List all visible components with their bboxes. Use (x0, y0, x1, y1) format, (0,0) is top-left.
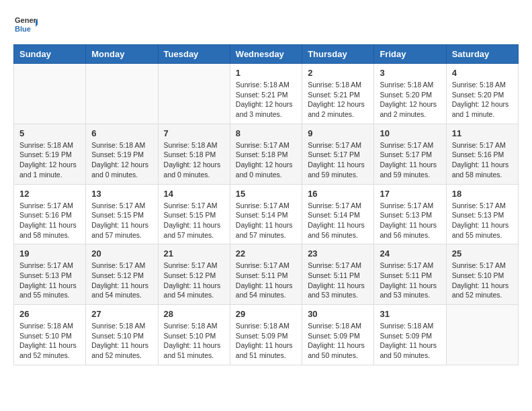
day-number: 6 (91, 128, 152, 138)
calendar-cell (446, 305, 518, 365)
day-number: 15 (236, 189, 296, 199)
calendar-cell (86, 64, 158, 124)
calendar-cell: 31Sunrise: 5:18 AMSunset: 5:09 PMDayligh… (374, 305, 446, 365)
day-info: Sunrise: 5:18 AMSunset: 5:10 PMDaylight:… (164, 321, 224, 361)
day-header-thursday: Thursday (302, 45, 374, 64)
calendar-cell: 30Sunrise: 5:18 AMSunset: 5:09 PMDayligh… (302, 305, 374, 365)
day-number: 10 (380, 128, 440, 138)
calendar-week-row: 26Sunrise: 5:18 AMSunset: 5:10 PMDayligh… (14, 305, 519, 365)
calendar: SundayMondayTuesdayWednesdayThursdayFrid… (13, 44, 519, 365)
calendar-cell (14, 64, 86, 124)
calendar-cell: 26Sunrise: 5:18 AMSunset: 5:10 PMDayligh… (14, 305, 86, 365)
calendar-cell: 11Sunrise: 5:17 AMSunset: 5:16 PMDayligh… (446, 124, 518, 184)
calendar-cell: 21Sunrise: 5:17 AMSunset: 5:12 PMDayligh… (158, 244, 230, 305)
calendar-cell: 19Sunrise: 5:17 AMSunset: 5:13 PMDayligh… (14, 244, 86, 305)
day-header-sunday: Sunday (14, 45, 86, 64)
calendar-cell: 2Sunrise: 5:18 AMSunset: 5:21 PMDaylight… (302, 64, 374, 124)
day-number: 4 (452, 68, 513, 78)
calendar-cell: 27Sunrise: 5:18 AMSunset: 5:10 PMDayligh… (86, 305, 158, 365)
day-number: 8 (236, 128, 296, 138)
calendar-cell: 13Sunrise: 5:17 AMSunset: 5:15 PMDayligh… (86, 184, 158, 244)
day-number: 12 (19, 189, 80, 199)
day-info: Sunrise: 5:18 AMSunset: 5:10 PMDaylight:… (19, 321, 80, 361)
day-info: Sunrise: 5:18 AMSunset: 5:09 PMDaylight:… (236, 321, 296, 361)
day-number: 31 (380, 309, 440, 319)
calendar-week-row: 12Sunrise: 5:17 AMSunset: 5:16 PMDayligh… (14, 184, 519, 244)
day-number: 13 (91, 189, 152, 199)
day-info: Sunrise: 5:18 AMSunset: 5:21 PMDaylight:… (236, 80, 296, 120)
header: General Blue (13, 13, 519, 38)
day-info: Sunrise: 5:18 AMSunset: 5:19 PMDaylight:… (91, 140, 152, 180)
calendar-cell: 14Sunrise: 5:17 AMSunset: 5:15 PMDayligh… (158, 184, 230, 244)
day-number: 3 (380, 68, 440, 78)
day-header-tuesday: Tuesday (158, 45, 230, 64)
day-number: 17 (380, 189, 440, 199)
logo-svg: General Blue (13, 13, 38, 38)
day-info: Sunrise: 5:17 AMSunset: 5:13 PMDaylight:… (380, 201, 440, 240)
calendar-cell: 23Sunrise: 5:17 AMSunset: 5:11 PMDayligh… (302, 244, 374, 305)
calendar-week-row: 1Sunrise: 5:18 AMSunset: 5:21 PMDaylight… (14, 64, 519, 124)
day-info: Sunrise: 5:17 AMSunset: 5:13 PMDaylight:… (19, 261, 80, 300)
calendar-cell: 29Sunrise: 5:18 AMSunset: 5:09 PMDayligh… (230, 305, 302, 365)
calendar-header-row: SundayMondayTuesdayWednesdayThursdayFrid… (14, 45, 519, 64)
day-info: Sunrise: 5:18 AMSunset: 5:10 PMDaylight:… (91, 321, 152, 361)
day-info: Sunrise: 5:17 AMSunset: 5:14 PMDaylight:… (236, 201, 296, 240)
calendar-cell: 1Sunrise: 5:18 AMSunset: 5:21 PMDaylight… (230, 64, 302, 124)
calendar-week-row: 5Sunrise: 5:18 AMSunset: 5:19 PMDaylight… (14, 124, 519, 184)
day-number: 27 (91, 309, 152, 319)
day-number: 29 (236, 309, 296, 319)
calendar-cell: 20Sunrise: 5:17 AMSunset: 5:12 PMDayligh… (86, 244, 158, 305)
day-info: Sunrise: 5:17 AMSunset: 5:13 PMDaylight:… (452, 201, 513, 240)
calendar-cell: 8Sunrise: 5:17 AMSunset: 5:18 PMDaylight… (230, 124, 302, 184)
day-number: 26 (19, 309, 80, 319)
calendar-cell: 15Sunrise: 5:17 AMSunset: 5:14 PMDayligh… (230, 184, 302, 244)
calendar-cell: 6Sunrise: 5:18 AMSunset: 5:19 PMDaylight… (86, 124, 158, 184)
calendar-cell: 7Sunrise: 5:18 AMSunset: 5:18 PMDaylight… (158, 124, 230, 184)
day-info: Sunrise: 5:17 AMSunset: 5:16 PMDaylight:… (452, 140, 513, 180)
day-number: 11 (452, 128, 513, 138)
day-info: Sunrise: 5:18 AMSunset: 5:09 PMDaylight:… (308, 321, 368, 361)
calendar-cell: 25Sunrise: 5:17 AMSunset: 5:10 PMDayligh… (446, 244, 518, 305)
calendar-cell: 4Sunrise: 5:18 AMSunset: 5:20 PMDaylight… (446, 64, 518, 124)
day-header-wednesday: Wednesday (230, 45, 302, 64)
day-info: Sunrise: 5:17 AMSunset: 5:11 PMDaylight:… (308, 261, 368, 300)
day-number: 22 (236, 248, 296, 259)
day-info: Sunrise: 5:17 AMSunset: 5:17 PMDaylight:… (380, 140, 440, 180)
day-info: Sunrise: 5:18 AMSunset: 5:20 PMDaylight:… (380, 80, 440, 120)
calendar-week-row: 19Sunrise: 5:17 AMSunset: 5:13 PMDayligh… (14, 244, 519, 305)
day-number: 23 (308, 248, 368, 259)
day-number: 7 (164, 128, 224, 138)
day-info: Sunrise: 5:17 AMSunset: 5:16 PMDaylight:… (19, 201, 80, 240)
day-info: Sunrise: 5:17 AMSunset: 5:18 PMDaylight:… (236, 140, 296, 180)
day-info: Sunrise: 5:17 AMSunset: 5:17 PMDaylight:… (308, 140, 368, 180)
day-number: 2 (308, 68, 368, 78)
calendar-cell: 5Sunrise: 5:18 AMSunset: 5:19 PMDaylight… (14, 124, 86, 184)
day-number: 14 (164, 189, 224, 199)
logo: General Blue (13, 13, 38, 38)
day-info: Sunrise: 5:18 AMSunset: 5:21 PMDaylight:… (308, 80, 368, 120)
day-info: Sunrise: 5:17 AMSunset: 5:15 PMDaylight:… (164, 201, 224, 240)
day-info: Sunrise: 5:18 AMSunset: 5:18 PMDaylight:… (164, 140, 224, 180)
day-number: 1 (236, 68, 296, 78)
day-number: 28 (164, 309, 224, 319)
calendar-cell: 3Sunrise: 5:18 AMSunset: 5:20 PMDaylight… (374, 64, 446, 124)
day-header-friday: Friday (374, 45, 446, 64)
day-number: 30 (308, 309, 368, 319)
calendar-cell: 18Sunrise: 5:17 AMSunset: 5:13 PMDayligh… (446, 184, 518, 244)
day-number: 9 (308, 128, 368, 138)
calendar-cell: 9Sunrise: 5:17 AMSunset: 5:17 PMDaylight… (302, 124, 374, 184)
svg-text:Blue: Blue (15, 25, 31, 33)
day-info: Sunrise: 5:18 AMSunset: 5:09 PMDaylight:… (380, 321, 440, 361)
calendar-cell: 22Sunrise: 5:17 AMSunset: 5:11 PMDayligh… (230, 244, 302, 305)
day-number: 24 (380, 248, 440, 259)
day-info: Sunrise: 5:18 AMSunset: 5:20 PMDaylight:… (452, 80, 513, 120)
day-number: 19 (19, 248, 80, 259)
day-info: Sunrise: 5:17 AMSunset: 5:10 PMDaylight:… (452, 261, 513, 300)
day-info: Sunrise: 5:17 AMSunset: 5:12 PMDaylight:… (91, 261, 152, 300)
day-number: 5 (19, 128, 80, 138)
day-number: 21 (164, 248, 224, 259)
day-info: Sunrise: 5:17 AMSunset: 5:11 PMDaylight:… (380, 261, 440, 300)
day-info: Sunrise: 5:17 AMSunset: 5:15 PMDaylight:… (91, 201, 152, 240)
day-info: Sunrise: 5:17 AMSunset: 5:11 PMDaylight:… (236, 261, 296, 300)
calendar-cell: 10Sunrise: 5:17 AMSunset: 5:17 PMDayligh… (374, 124, 446, 184)
